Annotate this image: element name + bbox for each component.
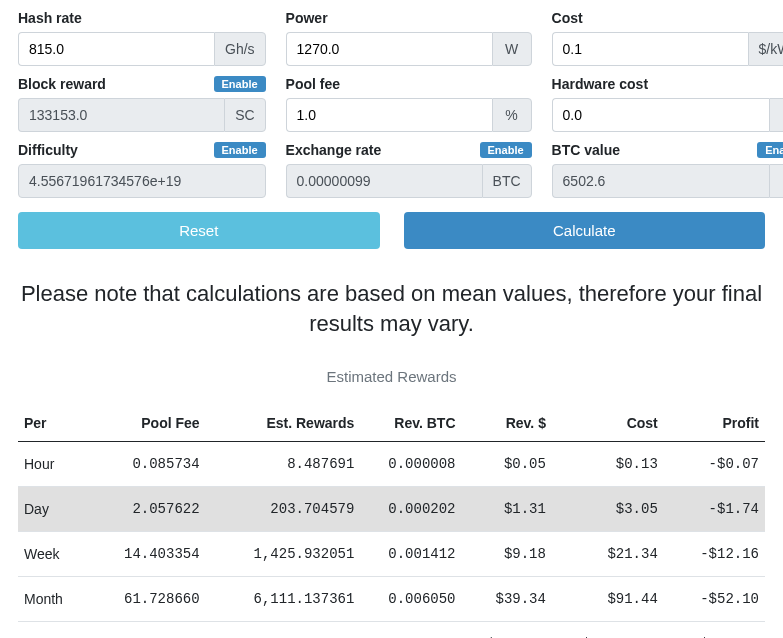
col-profit: Profit: [664, 405, 765, 442]
pool-fee-label: Pool fee: [286, 76, 340, 92]
reset-button[interactable]: Reset: [18, 212, 380, 249]
table-row: Month61.7286606,111.1373610.006050$39.34…: [18, 577, 765, 622]
cell-per: Day: [18, 487, 83, 532]
cell-profit: -$1.74: [664, 487, 765, 532]
cell-rev-usd: $478.65: [462, 622, 552, 638]
cell-est-rewards: 8.487691: [206, 442, 361, 487]
cell-est-rewards: 203.704579: [206, 487, 361, 532]
pool-fee-unit: %: [492, 98, 532, 132]
field-block-reward: Block rewardEnable SC: [18, 76, 266, 132]
difficulty-label: Difficulty: [18, 142, 78, 158]
cell-pool-fee: 0.085734: [83, 442, 206, 487]
cell-cost: $21.34: [552, 532, 664, 577]
power-input[interactable]: [286, 32, 492, 66]
field-hash-rate: Hash rate Gh/s: [18, 10, 266, 66]
cell-rev-usd: $1.31: [462, 487, 552, 532]
hardware-cost-label: Hardware cost: [552, 76, 648, 92]
rewards-table: Per Pool Fee Est. Rewards Rev. BTC Rev. …: [18, 405, 765, 638]
table-row: Day2.057622203.7045790.000202$1.31$3.05-…: [18, 487, 765, 532]
cell-rev-usd: $9.18: [462, 532, 552, 577]
cell-per: Year: [18, 622, 83, 638]
field-power: Power W: [286, 10, 532, 66]
block-reward-enable-button[interactable]: Enable: [214, 76, 266, 92]
btc-value-input[interactable]: [552, 164, 770, 198]
field-hardware-cost: Hardware cost $: [552, 76, 783, 132]
col-cost: Cost: [552, 405, 664, 442]
col-per: Per: [18, 405, 83, 442]
calculator-form: Hash rate Gh/s Power W Cost $/kWh Block …: [18, 10, 765, 198]
cell-rev-btc: 0.001412: [360, 532, 461, 577]
field-difficulty: DifficultyEnable: [18, 142, 266, 198]
power-label: Power: [286, 10, 328, 26]
difficulty-enable-button[interactable]: Enable: [214, 142, 266, 158]
cell-per: Month: [18, 577, 83, 622]
cell-pool-fee: 14.403354: [83, 532, 206, 577]
cell-rev-usd: $39.34: [462, 577, 552, 622]
cost-label: Cost: [552, 10, 583, 26]
btc-value-enable-button[interactable]: Enable: [757, 142, 783, 158]
exchange-rate-input[interactable]: [286, 164, 482, 198]
cell-pool-fee: 2.057622: [83, 487, 206, 532]
field-exchange-rate: Exchange rateEnable BTC: [286, 142, 532, 198]
cell-profit: -$52.10: [664, 577, 765, 622]
col-rev-btc: Rev. BTC: [360, 405, 461, 442]
hardware-cost-input[interactable]: [552, 98, 770, 132]
hash-rate-input[interactable]: [18, 32, 214, 66]
table-header-row: Per Pool Fee Est. Rewards Rev. BTC Rev. …: [18, 405, 765, 442]
power-unit: W: [492, 32, 532, 66]
cell-est-rewards: 1,425.932051: [206, 532, 361, 577]
cell-cost: $1,112.52: [552, 622, 664, 638]
cell-cost: $91.44: [552, 577, 664, 622]
cost-input[interactable]: [552, 32, 748, 66]
cell-rev-usd: $0.05: [462, 442, 552, 487]
disclaimer-note: Please note that calculations are based …: [18, 279, 765, 338]
hash-rate-unit: Gh/s: [214, 32, 266, 66]
cell-rev-btc: 0.073609: [360, 622, 461, 638]
hardware-cost-unit: $: [769, 98, 783, 132]
table-row: Hour0.0857348.4876910.000008$0.05$0.13-$…: [18, 442, 765, 487]
cost-unit: $/kWh: [748, 32, 783, 66]
cell-per: Week: [18, 532, 83, 577]
cell-profit: -$0.07: [664, 442, 765, 487]
cell-cost: $0.13: [552, 442, 664, 487]
cell-pool-fee: 61.728660: [83, 577, 206, 622]
cell-rev-btc: 0.000202: [360, 487, 461, 532]
button-row: Reset Calculate: [18, 212, 765, 249]
hash-rate-label: Hash rate: [18, 10, 82, 26]
exchange-rate-unit: BTC: [482, 164, 532, 198]
cell-est-rewards: 6,111.137361: [206, 577, 361, 622]
block-reward-unit: SC: [224, 98, 265, 132]
col-pool-fee: Pool Fee: [83, 405, 206, 442]
btc-value-unit: $: [769, 164, 783, 198]
cell-cost: $3.05: [552, 487, 664, 532]
pool-fee-input[interactable]: [286, 98, 492, 132]
col-rev-usd: Rev. $: [462, 405, 552, 442]
cell-est-rewards: 74,352.171222: [206, 622, 361, 638]
cell-profit: -$633.87: [664, 622, 765, 638]
difficulty-input[interactable]: [18, 164, 266, 198]
table-row: Week14.4033541,425.9320510.001412$9.18$2…: [18, 532, 765, 577]
cell-profit: -$12.16: [664, 532, 765, 577]
field-pool-fee: Pool fee %: [286, 76, 532, 132]
table-row: Year751.03203374,352.1712220.073609$478.…: [18, 622, 765, 638]
field-cost: Cost $/kWh: [552, 10, 783, 66]
field-btc-value: BTC valueEnable $: [552, 142, 783, 198]
calculate-button[interactable]: Calculate: [404, 212, 766, 249]
exchange-rate-label: Exchange rate: [286, 142, 382, 158]
btc-value-label: BTC value: [552, 142, 620, 158]
block-reward-input[interactable]: [18, 98, 224, 132]
col-est-rewards: Est. Rewards: [206, 405, 361, 442]
cell-per: Hour: [18, 442, 83, 487]
table-caption: Estimated Rewards: [18, 368, 765, 385]
cell-rev-btc: 0.000008: [360, 442, 461, 487]
cell-rev-btc: 0.006050: [360, 577, 461, 622]
exchange-rate-enable-button[interactable]: Enable: [480, 142, 532, 158]
block-reward-label: Block reward: [18, 76, 106, 92]
cell-pool-fee: 751.032033: [83, 622, 206, 638]
